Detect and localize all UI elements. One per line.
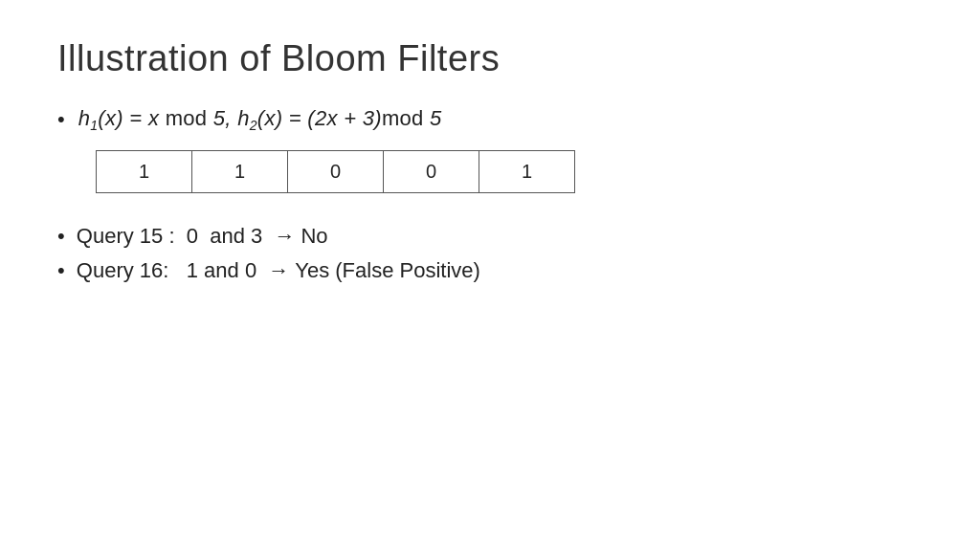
bit-cell-1: 1 [192, 151, 288, 193]
bit-cell-2: 0 [288, 151, 384, 193]
slide: Illustration of Bloom Filters • h1(x) = … [0, 0, 980, 551]
query-15-text: Query 15 : 0 and 3 [71, 224, 269, 249]
slide-title: Illustration of Bloom Filters [57, 38, 923, 79]
formula-line: • h1(x) = x mod 5, h2(x) = (2x + 3)mod 5 [57, 106, 923, 133]
bit-array-table: 11001 [96, 150, 575, 193]
bit-cell-3: 0 [384, 151, 479, 193]
query-16-line: • Query 16: 1 and 0 → Yes (False Positiv… [57, 258, 923, 283]
query-16-text: Query 16: 1 and 0 [71, 258, 263, 283]
arrow-query16: → [268, 258, 289, 283]
formula-h1: h1(x) = x mod 5, h2(x) = (2x + 3)mod 5 [78, 106, 442, 133]
query-15-result: No [301, 224, 327, 249]
bit-cell-0: 1 [97, 151, 192, 193]
bit-array-wrapper: 11001 [96, 150, 923, 193]
query-15-line: • Query 15 : 0 and 3 → No [57, 224, 923, 249]
query-16-result: Yes (False Positive) [295, 258, 480, 283]
bullet-query16: • [57, 258, 65, 283]
bit-array-row: 11001 [97, 151, 575, 193]
arrow-query15: → [274, 224, 295, 249]
bullet-formula: • [57, 107, 65, 132]
bit-cell-4: 1 [479, 151, 575, 193]
bullet-query15: • [57, 224, 65, 249]
queries-section: • Query 15 : 0 and 3 → No • Query 16: 1 … [57, 224, 923, 283]
